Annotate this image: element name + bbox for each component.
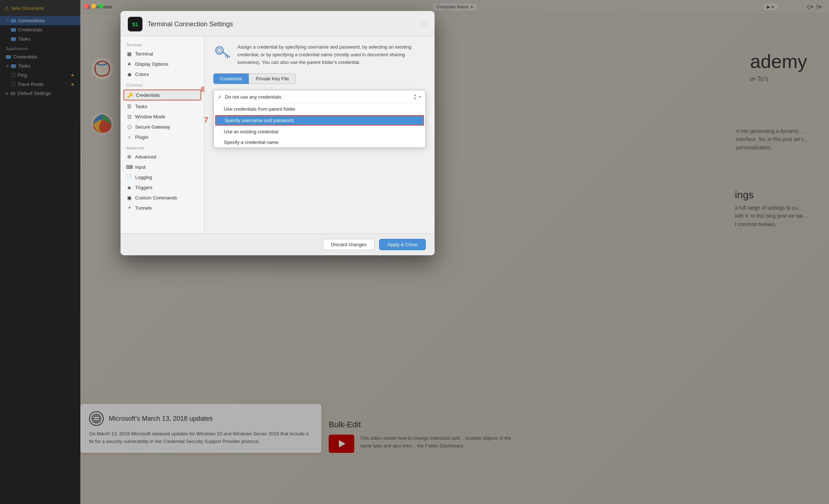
nav-item-credentials[interactable]: 🔑 Credentials bbox=[123, 89, 201, 100]
private-key-tab[interactable]: Private Key File bbox=[249, 73, 296, 84]
favorite-star-icon[interactable]: ☆ bbox=[421, 20, 427, 28]
nav-item-advanced[interactable]: ⚙ Advanced bbox=[121, 152, 204, 162]
modal-right-panel: Assign a credential by specifying userna… bbox=[205, 36, 435, 233]
dropdown-menu[interactable]: ✓ Do not use any credentials ▲ ▼ ▾ Use c… bbox=[213, 90, 426, 148]
discard-changes-button[interactable]: Discard changes bbox=[323, 239, 375, 250]
nav-item-terminal[interactable]: ▦ Terminal bbox=[121, 49, 204, 59]
dropdown-caret-icon: ▾ bbox=[419, 95, 421, 99]
minimize-button[interactable] bbox=[91, 4, 96, 8]
dropdown-arrows: ▲ ▼ bbox=[413, 93, 417, 100]
modal-title: Terminal Connection Settings bbox=[148, 20, 421, 28]
dropdown-option-credential-name[interactable]: Specify a credential name bbox=[214, 137, 425, 148]
key-icon bbox=[213, 43, 232, 62]
nav-item-display-options[interactable]: A Display Options bbox=[121, 59, 204, 69]
apply-close-button[interactable]: Apply & Close bbox=[379, 239, 426, 250]
common-section-label: Common bbox=[121, 79, 204, 89]
nav-item-secure-gateway[interactable]: ⬡ Secure Gateway bbox=[121, 122, 204, 132]
nav-item-input[interactable]: ⌨ Input bbox=[121, 162, 204, 172]
nav-item-custom-commands[interactable]: ▣ Custom Commands bbox=[121, 192, 204, 203]
colors-icon: ◉ bbox=[126, 71, 132, 77]
plugin-icon: ○ bbox=[126, 134, 132, 140]
app-icon: $1 bbox=[128, 17, 142, 31]
dropdown-option-parent-folder[interactable]: Use credentials from parent folder bbox=[214, 104, 425, 114]
dropdown-header[interactable]: ✓ Do not use any credentials ▲ ▼ ▾ bbox=[214, 90, 425, 104]
window-controls bbox=[84, 4, 103, 8]
modal-dialog: $1 Terminal Connection Settings ☆ Termin… bbox=[121, 11, 435, 255]
dropdown-option-specify-username[interactable]: Specify username and password bbox=[215, 115, 424, 126]
window-mode-icon: ⊡ bbox=[126, 114, 132, 119]
svg-point-9 bbox=[216, 47, 223, 54]
svg-point-10 bbox=[218, 49, 221, 52]
maximize-button[interactable] bbox=[99, 4, 103, 8]
step-badge-7: 7 bbox=[204, 116, 208, 124]
modal-body: Terminal ▦ Terminal A Display Options ◉ … bbox=[121, 36, 435, 233]
modal-footer: Discard changes Apply & Close bbox=[121, 233, 435, 255]
tunnels-icon: ⌖ bbox=[126, 205, 132, 211]
step-badge-6: 6 bbox=[201, 85, 205, 93]
credential-description-text: Assign a credential by specifying userna… bbox=[237, 43, 426, 66]
credential-tab[interactable]: Credential bbox=[213, 73, 249, 84]
display-options-icon: A bbox=[126, 61, 132, 67]
close-button[interactable] bbox=[84, 4, 89, 8]
nav-item-tasks[interactable]: ☰ Tasks bbox=[121, 101, 204, 111]
input-icon: ⌨ bbox=[126, 164, 132, 170]
checkmark-icon: ✓ bbox=[218, 94, 222, 100]
advanced-icon: ⚙ bbox=[126, 154, 132, 160]
nav-item-tunnels[interactable]: ⌖ Tunnels bbox=[121, 203, 204, 213]
nav-item-logging[interactable]: 📄 Logging bbox=[121, 172, 204, 182]
logging-icon: 📄 bbox=[126, 174, 132, 180]
modal-header: $1 Terminal Connection Settings ☆ bbox=[121, 11, 435, 36]
credential-tabs: Credential Private Key File bbox=[213, 73, 426, 84]
custom-commands-icon: ▣ bbox=[126, 195, 132, 201]
nav-item-triggers[interactable]: ◈ Triggers bbox=[121, 182, 204, 192]
tasks-icon: ☰ bbox=[126, 103, 132, 109]
dropdown-option-existing-credential[interactable]: Use an existing credential bbox=[214, 126, 425, 137]
nav-item-plugin[interactable]: ○ Plugin bbox=[121, 132, 204, 142]
nav-item-window-mode[interactable]: ⊡ Window Mode bbox=[121, 111, 204, 122]
nav-item-colors[interactable]: ◉ Colors bbox=[121, 69, 204, 79]
triggers-icon: ◈ bbox=[126, 184, 132, 190]
credential-description: Assign a credential by specifying userna… bbox=[213, 43, 426, 66]
advanced-section-label: Advanced bbox=[121, 142, 204, 152]
terminal-section-label: Terminal bbox=[121, 39, 204, 49]
modal-nav: Terminal ▦ Terminal A Display Options ◉ … bbox=[121, 36, 205, 233]
terminal-icon: ▦ bbox=[126, 51, 132, 57]
credentials-icon: 🔑 bbox=[127, 92, 133, 98]
dropdown-selected-text: Do not use any credentials bbox=[225, 94, 281, 100]
secure-gateway-icon: ⬡ bbox=[126, 124, 132, 130]
